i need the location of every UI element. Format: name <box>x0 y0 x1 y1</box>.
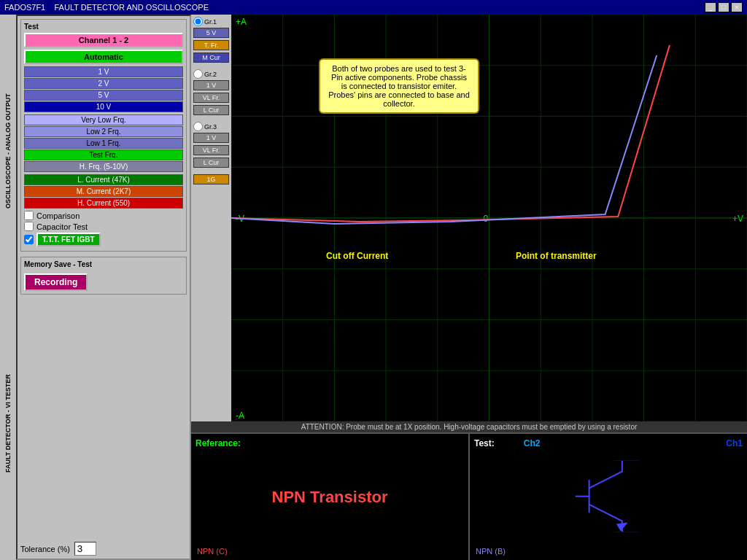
bottom-panels: Referance: NPN Transistor NPN (C) Test: … <box>191 432 747 560</box>
main-content: OSCILLOSCOPE - ANALOG OUTPUT FAULT DETEC… <box>0 15 747 560</box>
freq-low1[interactable]: Low 1 Frq. <box>24 138 183 149</box>
capacitor-row: Capacitor Test <box>24 222 183 231</box>
btn-tfr[interactable]: T. Fr. <box>193 40 229 50</box>
btn-vlf-3[interactable]: VL Fr. <box>193 145 229 155</box>
gr3-label: Gr.3 <box>204 123 217 131</box>
gr1-radio-row: Gr.1 <box>193 17 229 26</box>
test-result-panel: Test: Ch2 Ch1 NPN (B) <box>470 434 747 560</box>
osc-canvas <box>231 15 747 421</box>
vertical-labels: OSCILLOSCOPE - ANALOG OUTPUT FAULT DETEC… <box>0 15 16 560</box>
freq-high[interactable]: H. Frq. (5-10V) <box>24 161 183 172</box>
close-button[interactable]: × <box>731 2 743 12</box>
test-result-label: Test: Ch2 Ch1 <box>474 438 743 448</box>
current-mid[interactable]: M. Current (2K7) <box>24 186 183 197</box>
btn-lcur-2[interactable]: L Cur <box>193 105 229 115</box>
voltage-5v[interactable]: 5 V <box>24 90 183 101</box>
reference-panel: Referance: NPN Transistor NPN (C) <box>191 434 470 560</box>
gr3-radio[interactable] <box>193 122 203 131</box>
ref-bottom-label: NPN (C) <box>197 547 228 556</box>
reference-label: Referance: <box>196 438 464 448</box>
automatic-button[interactable]: Automatic <box>24 50 183 64</box>
btn-5v[interactable]: 5 V <box>193 28 229 38</box>
ttfet-row: T.T.T. FET IGBT <box>24 233 183 246</box>
ref-component-label: NPN Transistor <box>272 488 388 507</box>
current-group: L. Current (47K) M. Current (2K7) H. Cur… <box>24 174 183 209</box>
right-side: Gr.1 5 V T. Fr. M Cur Gr.2 1 V VL Fr. L … <box>191 15 747 560</box>
tolerance-label: Tolerance (%) <box>20 545 70 553</box>
freq-group: Very Low Frq. Low 2 Frq. Low 1 Frq. Test… <box>24 114 183 172</box>
gr1-label: Gr.1 <box>204 18 217 26</box>
freq-test[interactable]: Test Frq. <box>24 149 183 160</box>
voltage-group: 1 V 2 V 5 V 10 V <box>24 66 183 112</box>
memory-label: Memory Save - Test <box>24 260 183 268</box>
current-low[interactable]: L. Current (47K) <box>24 174 183 185</box>
voltage-1v[interactable]: 1 V <box>24 66 183 77</box>
comparison-row: Comparison <box>24 211 183 220</box>
maximize-button[interactable]: □ <box>718 2 729 12</box>
fault-label: FAULT DETECTOR - VI TESTER <box>0 287 16 560</box>
recording-button[interactable]: Recording <box>24 273 88 291</box>
attention-bar: ATTENTION: Probe must be at 1X position.… <box>191 421 747 432</box>
test-section-label: Test <box>24 23 183 31</box>
tolerance-row: Tolerance (%) <box>20 537 187 556</box>
btn-1g[interactable]: 1G <box>193 174 229 184</box>
osc-area: Gr.1 5 V T. Fr. M Cur Gr.2 1 V VL Fr. L … <box>191 15 747 421</box>
freq-low2[interactable]: Low 2 Frq. <box>24 126 183 137</box>
gr2-radio[interactable] <box>193 69 203 79</box>
memory-section: Memory Save - Test Recording <box>20 257 187 295</box>
btn-1v-3[interactable]: 1 V <box>193 133 229 143</box>
npn-b-label: NPN (B) <box>476 547 506 556</box>
test-canvas <box>474 451 743 551</box>
comparison-label: Comparison <box>36 211 80 220</box>
gr3-radio-row: Gr.3 <box>193 122 229 131</box>
cutoff-label: Cut off Current <box>326 251 388 261</box>
app-title: FADOS7F1 FAULT DETECTOR AND OSCILLOSCOPE <box>4 3 209 12</box>
btn-lcur-3[interactable]: L Cur <box>193 158 229 168</box>
current-high[interactable]: H. Current (550) <box>24 198 183 209</box>
test-section: Test Channel 1 - 2 Automatic 1 V 2 V 5 V… <box>20 19 187 252</box>
oscilloscope-display: Both of two probes are used to test 3-Pi… <box>231 15 747 421</box>
voltage-10v[interactable]: 10 V <box>24 101 183 112</box>
gr2-label: Gr.2 <box>204 71 217 78</box>
voltage-2v[interactable]: 2 V <box>24 78 183 89</box>
ttfet-checkbox[interactable] <box>24 235 34 244</box>
tolerance-input[interactable] <box>74 542 96 556</box>
title-bar: FADOS7F1 FAULT DETECTOR AND OSCILLOSCOPE… <box>0 0 747 15</box>
gr1-radio[interactable] <box>193 17 203 26</box>
capacitor-checkbox[interactable] <box>24 222 34 231</box>
side-controls: Gr.1 5 V T. Fr. M Cur Gr.2 1 V VL Fr. L … <box>191 15 231 421</box>
ttfet-button[interactable]: T.T.T. FET IGBT <box>36 233 101 246</box>
probe-tooltip: Both of two probes are used to test 3-Pi… <box>319 58 479 114</box>
window-controls: _ □ × <box>705 2 743 12</box>
ch1-label: Ch1 <box>726 438 743 448</box>
channel-button[interactable]: Channel 1 - 2 <box>24 33 183 47</box>
left-panel: Test Channel 1 - 2 Automatic 1 V 2 V 5 V… <box>16 15 191 560</box>
point-label: Point of transmitter <box>516 251 597 261</box>
freq-very-low[interactable]: Very Low Frq. <box>24 114 183 125</box>
btn-vlf-2[interactable]: VL Fr. <box>193 93 229 103</box>
ch2-label: Ch2 <box>524 438 541 448</box>
comparison-checkbox[interactable] <box>24 211 34 220</box>
btn-1v-2[interactable]: 1 V <box>193 80 229 90</box>
gr2-radio-row: Gr.2 <box>193 69 229 79</box>
osc-label: OSCILLOSCOPE - ANALOG OUTPUT <box>0 15 16 287</box>
capacitor-label: Capacitor Test <box>36 222 88 231</box>
btn-mcur[interactable]: M Cur <box>193 52 229 63</box>
minimize-button[interactable]: _ <box>705 2 716 12</box>
